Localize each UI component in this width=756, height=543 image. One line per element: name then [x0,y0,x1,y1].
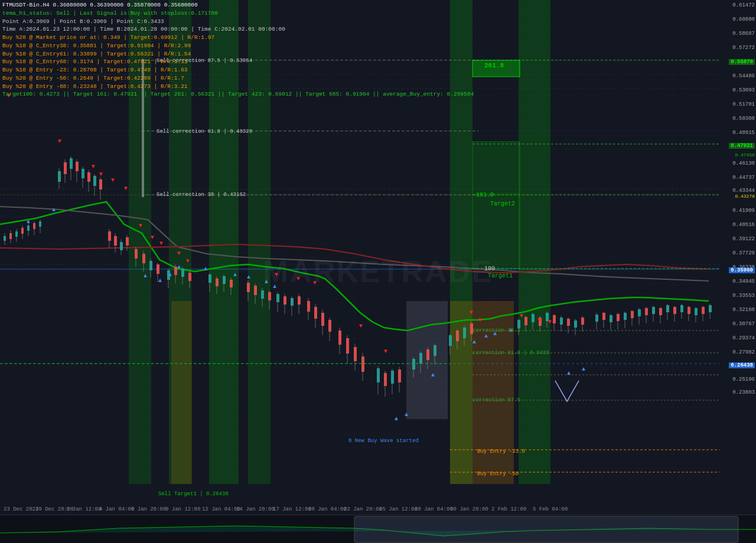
arrow-signal-up: ▲ [405,411,408,418]
svg-rect-72 [149,261,152,270]
svg-rect-170 [602,313,605,320]
price-23803: 0.23803 [732,390,755,395]
svg-rect-186 [659,308,662,315]
svg-rect-200 [709,305,712,312]
svg-rect-118 [346,338,349,354]
svg-rect-94 [254,286,257,295]
svg-rect-176 [624,313,627,320]
svg-rect-74 [157,264,159,274]
svg-rect-28 [142,59,144,197]
time-jan12: 12 Jan 04:00 [202,506,240,512]
svg-rect-174 [617,314,620,321]
arrow-signal: ▼ [548,319,552,325]
arrow-signal: ▼ [139,223,142,229]
svg-rect-54 [87,172,90,182]
arrow-signal: ▼ [99,171,103,178]
svg-rect-168 [595,315,598,322]
svg-rect-106 [298,296,301,305]
svg-rect-124 [377,368,380,382]
svg-rect-62 [114,236,117,246]
svg-rect-19 [171,301,192,484]
arrow-signal-up: ▲ [567,370,571,377]
svg-rect-16 [248,0,271,484]
time-jan9: 9 Jan 12:00 [165,506,200,512]
svg-rect-108 [307,301,310,312]
price-40516: 0.40516 [732,222,755,228]
arrow-signal: ▼ [478,317,482,323]
arrow-signal-up: ▲ [52,207,56,213]
svg-rect-38 [27,225,30,231]
svg-rect-3 [0,0,719,513]
price-26438: 0.26438 [729,362,755,368]
svg-rect-84 [208,274,211,283]
svg-rect-18 [519,0,550,484]
arrow-signal: ▼ [275,272,278,278]
svg-rect-88 [223,276,226,284]
arrow-signal-up: ▲ [247,274,250,280]
svg-rect-184 [652,307,655,314]
arrow-signal: ▼ [537,317,541,323]
svg-rect-152 [532,314,535,322]
svg-rect-194 [687,307,690,314]
time-jan22: 22 Jan 20:00 [344,506,382,512]
svg-rect-104 [291,298,294,306]
arrow-signal: ▼ [151,234,154,241]
price-51701: 0.51701 [732,102,755,107]
price-34945: 0.34945 [732,279,755,284]
svg-rect-66 [126,237,129,246]
svg-rect-46 [64,162,67,174]
svg-rect-60 [108,231,111,241]
scrollbar[interactable] [0,515,756,543]
arrow-signal: ▼ [7,93,11,99]
svg-rect-80 [181,269,184,277]
price-39122: 0.39122 [732,236,755,242]
mini-chart-svg [0,515,756,543]
time-dec23: 23 Dec 2023 [4,506,38,512]
arrow-signal-up: ▲ [233,272,237,278]
svg-rect-96 [261,290,264,299]
arrow-signal: ▼ [296,276,300,282]
svg-rect-142 [456,331,459,341]
svg-rect-178 [631,311,634,318]
svg-rect-192 [680,305,683,312]
svg-rect-56 [93,176,96,186]
svg-rect-110 [314,307,317,319]
arrow-signal: ▼ [359,323,363,329]
price-37729: 0.37729 [732,250,755,256]
main-chart-svg: ▼ ▼ ▼ ▼ ▼ ▼ ▼ ▼ ▼ ▼ ▼ ▼ ▼ ▼ ▼ ▼ ▼ ▼ ▼ ▼ … [0,0,719,513]
price-43344: 0.43344 [732,188,755,194]
arrow-signal: ▼ [186,258,190,264]
svg-rect-172 [610,315,612,322]
svg-rect-40 [33,223,35,229]
svg-rect-146 [470,323,473,334]
svg-rect-116 [338,331,341,345]
svg-rect-130 [398,369,401,382]
price-48915: 0.48915 [732,130,755,136]
svg-rect-82 [188,273,191,281]
svg-rect-182 [645,308,648,315]
time-feb5: 5 Feb 04:00 [533,506,568,512]
arrow-signal-up: ▲ [472,339,476,345]
arrow-signal-up: ▲ [177,264,181,270]
svg-rect-98 [268,292,271,300]
svg-rect-160 [560,318,563,325]
svg-rect-180 [638,309,641,316]
svg-rect-136 [426,349,429,360]
time-jan17: 17 Jan 12:00 [273,506,311,512]
price-25196: 0.25196 [732,377,755,382]
price-30767: 0.30767 [732,321,755,327]
time-jan14: 14 Jan 20:00 [236,506,275,512]
svg-rect-100 [276,294,279,302]
arrow-signal-up: ▲ [395,416,398,422]
arrow-signal-up: ▲ [431,372,435,378]
price-60080: 0.60080 [732,17,755,22]
time-feb2: 2 Feb 12:00 [491,506,526,512]
time-jan25: 25 Jan 12:00 [379,506,418,512]
price-43278: 0.43278 [735,194,755,199]
svg-rect-158 [553,315,556,323]
price-29374: 0.29374 [732,335,755,341]
time-axis: 23 Dec 2023 29 Dec 20:00 1 Jan 12:00 4 J… [0,504,719,515]
arrow-signal-up: ▲ [484,333,488,339]
price-58687: 0.58687 [732,31,755,37]
price-54486: 0.54486 [732,73,755,79]
